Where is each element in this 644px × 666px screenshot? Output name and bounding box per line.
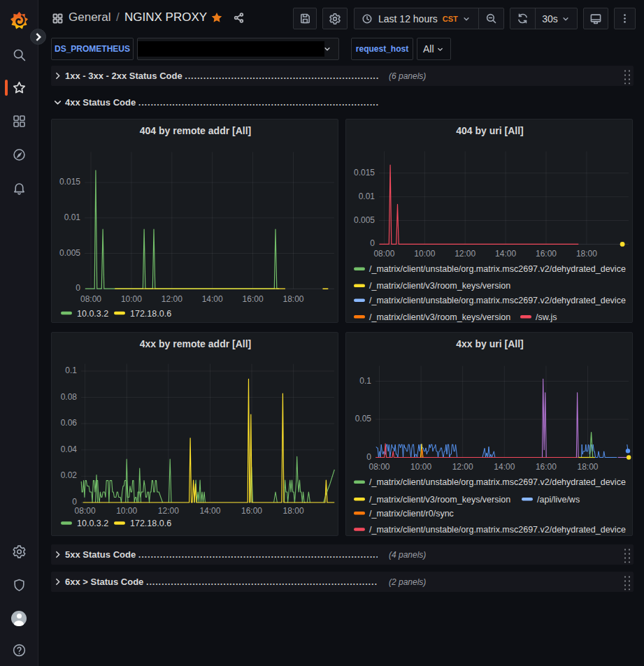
svg-text:/_matrix/client/v3/room_keys/v: /_matrix/client/v3/room_keys/version [369, 281, 510, 291]
svg-text:0: 0 [370, 238, 375, 248]
svg-text:14:00: 14:00 [494, 462, 515, 472]
svg-text:0.05: 0.05 [355, 414, 372, 424]
svg-text:16:00: 16:00 [536, 249, 557, 259]
svg-text:404 by remote addr [All]: 404 by remote addr [All] [140, 125, 252, 136]
svg-text:/sw.js: /sw.js [536, 312, 557, 322]
svg-text:/_matrix/client/v3/room_keys/v: /_matrix/client/v3/room_keys/version [369, 495, 510, 505]
svg-text:12:00: 12:00 [158, 506, 179, 516]
svg-text:14:00: 14:00 [199, 506, 220, 516]
svg-text:0.04: 0.04 [61, 444, 78, 454]
svg-text:10:00: 10:00 [121, 294, 142, 304]
svg-text:172.18.0.6: 172.18.0.6 [130, 519, 171, 528]
svg-text:0.1: 0.1 [359, 376, 371, 386]
svg-text:0.015: 0.015 [354, 168, 375, 178]
svg-text:16:00: 16:00 [243, 294, 264, 304]
svg-text:0.06: 0.06 [61, 418, 78, 428]
svg-text:0: 0 [366, 452, 371, 462]
svg-text:10.0.3.2: 10.0.3.2 [77, 519, 108, 528]
svg-text:/_matrix/client/v3/room_keys/v: /_matrix/client/v3/room_keys/version [369, 312, 510, 322]
svg-text:172.18.0.6: 172.18.0.6 [130, 309, 171, 319]
svg-text:4xx by remote addr [All]: 4xx by remote addr [All] [140, 338, 252, 349]
svg-text:/_matrix/client/unstable/org.m: /_matrix/client/unstable/org.matrix.msc2… [369, 264, 626, 274]
svg-text:18:00: 18:00 [283, 506, 304, 516]
svg-text:10:00: 10:00 [414, 249, 435, 259]
svg-text:/api/live/ws: /api/live/ws [537, 495, 580, 505]
svg-text:0.01: 0.01 [359, 191, 375, 201]
svg-text:/_matrix/client/unstable/org.m: /_matrix/client/unstable/org.matrix.msc2… [369, 296, 626, 305]
svg-text:08:00: 08:00 [368, 462, 389, 472]
svg-text:0.02: 0.02 [61, 470, 78, 480]
svg-text:18:00: 18:00 [576, 249, 597, 259]
svg-text:16:00: 16:00 [241, 506, 262, 516]
svg-text:/_matrix/client/unstable/org.m: /_matrix/client/unstable/org.matrix.msc2… [369, 525, 626, 535]
svg-text:12:00: 12:00 [452, 462, 473, 472]
svg-text:0: 0 [72, 497, 77, 507]
svg-text:0.005: 0.005 [59, 248, 80, 258]
svg-text:14:00: 14:00 [495, 249, 516, 259]
svg-text:/_matrix/client/unstable/org.m: /_matrix/client/unstable/org.matrix.msc2… [369, 477, 626, 487]
svg-text:10.0.3.2: 10.0.3.2 [77, 309, 108, 319]
svg-text:404 by uri [All]: 404 by uri [All] [456, 125, 523, 136]
svg-text:08:00: 08:00 [80, 294, 101, 304]
svg-text:14:00: 14:00 [202, 294, 223, 304]
svg-text:/_matrix/client/r0/sync: /_matrix/client/r0/sync [369, 509, 454, 519]
svg-text:08:00: 08:00 [373, 249, 394, 259]
svg-text:0.01: 0.01 [64, 212, 81, 222]
svg-text:12:00: 12:00 [162, 294, 183, 304]
svg-text:18:00: 18:00 [282, 294, 303, 304]
svg-text:0.08: 0.08 [61, 392, 78, 402]
svg-text:4xx by uri [All]: 4xx by uri [All] [456, 338, 523, 349]
svg-text:08:00: 08:00 [75, 506, 96, 516]
svg-text:0.015: 0.015 [59, 177, 80, 187]
svg-text:10:00: 10:00 [116, 506, 137, 516]
svg-text:10:00: 10:00 [410, 462, 431, 472]
svg-text:18:00: 18:00 [577, 462, 598, 472]
svg-text:0: 0 [76, 283, 80, 293]
svg-text:16:00: 16:00 [536, 462, 557, 472]
svg-text:0.005: 0.005 [354, 215, 375, 225]
svg-text:0.1: 0.1 [65, 365, 77, 375]
svg-text:12:00: 12:00 [455, 249, 475, 259]
